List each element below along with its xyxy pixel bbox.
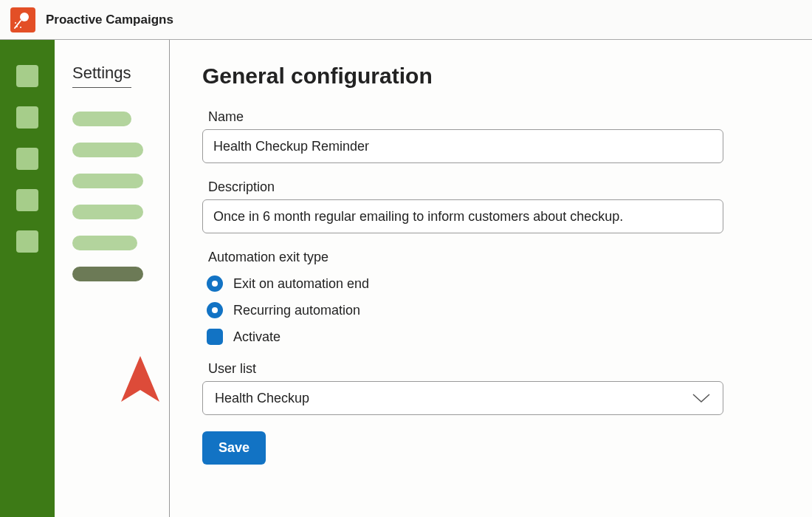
option-activate-label: Activate xyxy=(233,329,281,345)
subnav-item-active[interactable] xyxy=(72,267,143,281)
svg-point-0 xyxy=(20,13,29,21)
subnav-item-5[interactable] xyxy=(72,236,137,250)
option-recurring-label: Recurring automation xyxy=(233,303,360,318)
subnav-item-3[interactable] xyxy=(72,174,143,188)
user-list-label: User list xyxy=(208,361,780,377)
rail-item-1[interactable] xyxy=(16,65,38,87)
automation-exit-type-label: Automation exit type xyxy=(208,250,780,265)
save-button[interactable]: Save xyxy=(202,431,266,465)
subnav-item-4[interactable] xyxy=(72,205,143,219)
description-input[interactable] xyxy=(202,199,723,233)
rail-item-4[interactable] xyxy=(16,189,38,211)
settings-subnav: Settings xyxy=(55,40,170,517)
rail-item-3[interactable] xyxy=(16,148,38,170)
subnav-item-2[interactable] xyxy=(72,143,143,157)
rail-item-2[interactable] xyxy=(16,106,38,129)
main-panel: General configuration Name Description A… xyxy=(170,40,812,517)
svg-point-2 xyxy=(20,27,21,28)
svg-point-1 xyxy=(16,26,18,27)
description-label: Description xyxy=(208,179,780,195)
svg-point-3 xyxy=(15,22,16,24)
user-list-select[interactable]: Health Checkup xyxy=(202,381,723,415)
user-list-selected-value: Health Checkup xyxy=(215,391,309,406)
name-input[interactable] xyxy=(202,129,723,163)
left-rail xyxy=(0,40,55,517)
subnav-item-1[interactable] xyxy=(72,112,131,126)
page-title: General configuration xyxy=(202,64,780,89)
radio-selected-icon xyxy=(207,275,223,292)
option-exit-on-end-label: Exit on automation end xyxy=(233,276,369,292)
option-recurring[interactable]: Recurring automation xyxy=(207,302,780,318)
subnav-title: Settings xyxy=(72,64,131,88)
option-activate[interactable]: Activate xyxy=(207,329,780,345)
checkbox-checked-icon xyxy=(207,329,223,345)
radio-selected-icon xyxy=(207,302,223,318)
name-label: Name xyxy=(208,109,780,125)
rail-item-5[interactable] xyxy=(16,230,38,253)
app-logo-icon xyxy=(10,7,35,32)
option-exit-on-end[interactable]: Exit on automation end xyxy=(207,275,780,292)
chevron-down-icon xyxy=(692,393,711,403)
app-title: Proactive Campaigns xyxy=(46,13,173,27)
top-header: Proactive Campaigns xyxy=(0,0,812,40)
